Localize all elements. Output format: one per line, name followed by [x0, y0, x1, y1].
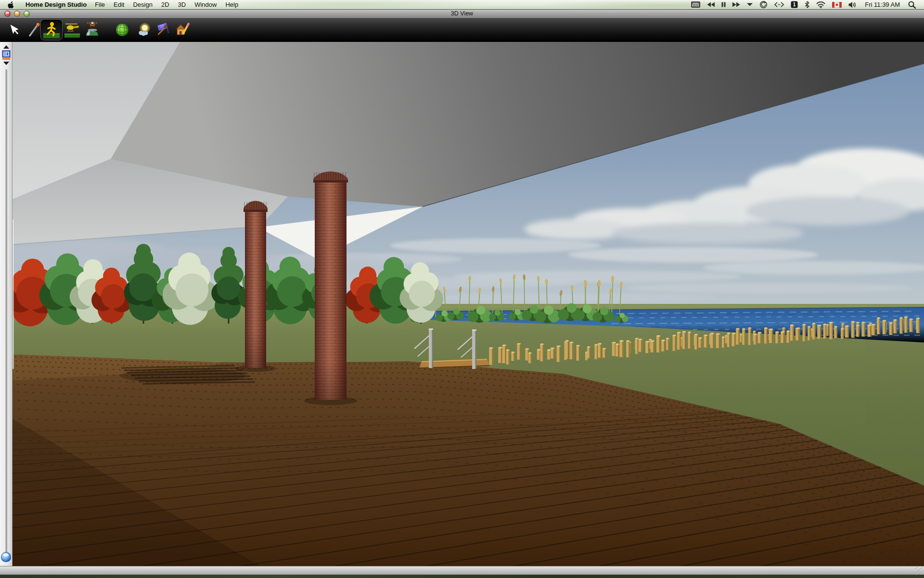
menu-bar: Home Design Studio File Edit Design 2D 3…	[0, 0, 924, 10]
menu-bar-status-area: 1 Fri 11:39 AM	[689, 0, 924, 9]
menu-design[interactable]: Design	[128, 1, 156, 8]
sun-cloud-icon	[136, 20, 153, 39]
spotlight-search-icon[interactable]	[906, 0, 918, 9]
window-title: 3D View	[0, 9, 924, 18]
wand-icon	[26, 22, 41, 38]
bluetooth-icon[interactable]	[802, 0, 812, 9]
green-globe-icon	[114, 21, 131, 39]
spaces-icon[interactable]: 1	[788, 0, 800, 9]
aerial-view-tool[interactable]	[84, 21, 101, 39]
code-brackets-icon[interactable]	[772, 0, 786, 9]
fast-forward-icon[interactable]	[730, 0, 743, 9]
menu-3d[interactable]: 3D	[174, 1, 191, 8]
menu-help[interactable]: Help	[221, 1, 243, 8]
home-edit-tool[interactable]	[174, 21, 192, 39]
arrow-cursor-icon	[7, 22, 22, 38]
select-tool[interactable]	[6, 21, 23, 39]
site-plan-tool[interactable]	[155, 21, 172, 39]
scroll-up-button[interactable]	[3, 45, 9, 49]
wand-tool[interactable]	[25, 21, 42, 39]
globe-view-tool[interactable]	[114, 21, 131, 39]
flyover-tool[interactable]	[64, 21, 81, 39]
helicopter-icon	[64, 21, 81, 39]
input-flag-canada-icon[interactable]	[830, 0, 844, 9]
zoom-slider-track[interactable]	[5, 69, 7, 555]
keyboard-icon[interactable]	[689, 0, 703, 9]
svg-text:1: 1	[793, 2, 796, 7]
3d-scene	[13, 41, 924, 566]
app-menu-title[interactable]: Home Design Studio	[22, 1, 90, 8]
menu-window[interactable]: Window	[190, 1, 221, 8]
daylight-tool[interactable]	[136, 21, 153, 39]
walkthrough-tool[interactable]	[40, 19, 63, 40]
resize-grip[interactable]	[915, 567, 924, 575]
walking-person-icon	[42, 20, 61, 39]
viewport-edge-highlight	[13, 220, 14, 369]
rewind-icon[interactable]	[705, 0, 717, 9]
menu-file[interactable]: File	[90, 1, 109, 8]
volume-icon[interactable]	[846, 0, 859, 9]
3d-viewport[interactable]	[13, 41, 924, 566]
apple-menu-icon[interactable]	[7, 0, 14, 9]
viewport-side-controls	[0, 41, 13, 566]
view-mode-icon[interactable]	[2, 50, 11, 60]
desktop-wallpaper	[0, 575, 924, 578]
house-pencil-icon	[174, 20, 192, 39]
toolbar	[0, 18, 924, 42]
menu-bar-clock[interactable]: Fri 11:39 AM	[861, 1, 904, 8]
pause-icon[interactable]	[719, 0, 728, 9]
earth-satellite-icon	[84, 20, 101, 39]
chevron-down-icon[interactable]	[744, 0, 755, 9]
wifi-icon[interactable]	[814, 0, 828, 9]
menu-edit[interactable]: Edit	[109, 1, 128, 8]
menu-2d[interactable]: 2D	[157, 1, 174, 8]
window-title-bar[interactable]: 3D View	[0, 9, 924, 19]
scroll-down-button[interactable]	[3, 62, 9, 65]
flag-hammer-icon	[155, 20, 172, 39]
zoom-slider-thumb[interactable]	[1, 552, 11, 562]
sync-icon[interactable]	[757, 0, 770, 9]
status-bar	[0, 566, 924, 575]
